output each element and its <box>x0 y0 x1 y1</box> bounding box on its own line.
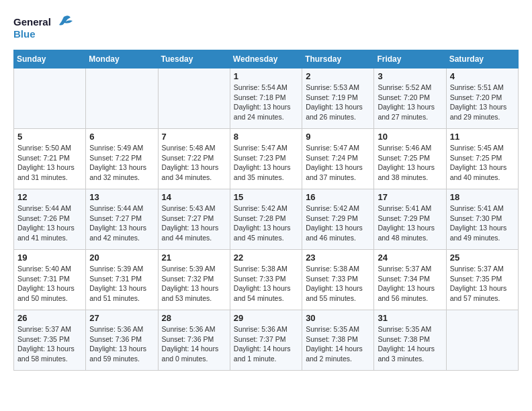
calendar-cell <box>158 68 230 129</box>
day-number: 20 <box>89 253 154 263</box>
day-number: 30 <box>306 313 370 323</box>
calendar-cell: 12Sunrise: 5:44 AM Sunset: 7:26 PM Dayli… <box>14 189 86 250</box>
calendar-cell: 29Sunrise: 5:36 AM Sunset: 7:37 PM Dayli… <box>230 310 302 371</box>
weekday-header-sunday: Sunday <box>14 50 86 68</box>
calendar-cell: 28Sunrise: 5:36 AM Sunset: 7:36 PM Dayli… <box>158 310 230 371</box>
day-number: 29 <box>234 313 298 323</box>
day-number: 6 <box>89 132 154 142</box>
cell-content: Sunrise: 5:42 AM Sunset: 7:29 PM Dayligh… <box>306 203 370 243</box>
weekday-header-wednesday: Wednesday <box>230 50 302 68</box>
calendar-cell: 25Sunrise: 5:37 AM Sunset: 7:35 PM Dayli… <box>446 250 518 310</box>
day-number: 4 <box>450 71 515 81</box>
weekday-header-thursday: Thursday <box>302 50 374 68</box>
day-number: 13 <box>89 192 154 202</box>
day-number: 10 <box>378 132 442 142</box>
calendar-cell: 11Sunrise: 5:45 AM Sunset: 7:25 PM Dayli… <box>446 129 518 189</box>
calendar-cell: 19Sunrise: 5:40 AM Sunset: 7:31 PM Dayli… <box>14 250 86 310</box>
calendar-cell: 27Sunrise: 5:36 AM Sunset: 7:36 PM Dayli… <box>86 310 158 371</box>
calendar-cell: 26Sunrise: 5:37 AM Sunset: 7:35 PM Dayli… <box>14 310 86 371</box>
day-number: 24 <box>378 253 442 263</box>
calendar-cell: 7Sunrise: 5:48 AM Sunset: 7:22 PM Daylig… <box>158 129 230 189</box>
cell-content: Sunrise: 5:41 AM Sunset: 7:29 PM Dayligh… <box>378 203 442 243</box>
day-number: 9 <box>306 132 370 142</box>
calendar-cell: 10Sunrise: 5:46 AM Sunset: 7:25 PM Dayli… <box>374 129 446 189</box>
day-number: 14 <box>162 192 226 202</box>
cell-content: Sunrise: 5:42 AM Sunset: 7:28 PM Dayligh… <box>234 203 298 243</box>
day-number: 2 <box>306 71 370 81</box>
calendar-cell: 30Sunrise: 5:35 AM Sunset: 7:38 PM Dayli… <box>302 310 374 371</box>
cell-content: Sunrise: 5:44 AM Sunset: 7:26 PM Dayligh… <box>17 203 82 243</box>
day-number: 25 <box>450 253 515 263</box>
day-number: 8 <box>234 132 298 142</box>
calendar-cell: 21Sunrise: 5:39 AM Sunset: 7:32 PM Dayli… <box>158 250 230 310</box>
cell-content: Sunrise: 5:46 AM Sunset: 7:25 PM Dayligh… <box>378 143 442 183</box>
cell-content: Sunrise: 5:52 AM Sunset: 7:20 PM Dayligh… <box>378 83 442 122</box>
calendar-cell: 1Sunrise: 5:54 AM Sunset: 7:18 PM Daylig… <box>230 68 302 129</box>
calendar-header: SundayMondayTuesdayWednesdayThursdayFrid… <box>14 50 519 68</box>
calendar-cell: 8Sunrise: 5:47 AM Sunset: 7:23 PM Daylig… <box>230 129 302 189</box>
day-number: 1 <box>234 71 298 81</box>
calendar-cell: 24Sunrise: 5:37 AM Sunset: 7:34 PM Dayli… <box>374 250 446 310</box>
day-number: 18 <box>450 192 515 202</box>
cell-content: Sunrise: 5:47 AM Sunset: 7:23 PM Dayligh… <box>234 143 298 183</box>
weekday-header-tuesday: Tuesday <box>158 50 230 68</box>
calendar-cell: 9Sunrise: 5:47 AM Sunset: 7:24 PM Daylig… <box>302 129 374 189</box>
cell-content: Sunrise: 5:48 AM Sunset: 7:22 PM Dayligh… <box>162 143 226 183</box>
day-number: 16 <box>306 192 370 202</box>
day-number: 3 <box>378 71 442 81</box>
day-number: 22 <box>234 253 298 263</box>
calendar-cell: 4Sunrise: 5:51 AM Sunset: 7:20 PM Daylig… <box>446 68 518 129</box>
weekday-header-saturday: Saturday <box>446 50 518 68</box>
cell-content: Sunrise: 5:45 AM Sunset: 7:25 PM Dayligh… <box>450 143 515 183</box>
cell-content: Sunrise: 5:41 AM Sunset: 7:30 PM Dayligh… <box>450 203 515 243</box>
cell-content: Sunrise: 5:51 AM Sunset: 7:20 PM Dayligh… <box>450 83 515 122</box>
day-number: 7 <box>162 132 226 142</box>
cell-content: Sunrise: 5:35 AM Sunset: 7:38 PM Dayligh… <box>378 324 442 364</box>
day-number: 5 <box>17 132 82 142</box>
calendar-cell: 5Sunrise: 5:50 AM Sunset: 7:21 PM Daylig… <box>14 129 86 189</box>
day-number: 31 <box>378 313 442 323</box>
cell-content: Sunrise: 5:50 AM Sunset: 7:21 PM Dayligh… <box>17 143 82 183</box>
day-number: 21 <box>162 253 226 263</box>
day-number: 28 <box>162 313 226 323</box>
calendar-cell: 15Sunrise: 5:42 AM Sunset: 7:28 PM Dayli… <box>230 189 302 250</box>
cell-content: Sunrise: 5:40 AM Sunset: 7:31 PM Dayligh… <box>17 264 82 304</box>
cell-content: Sunrise: 5:39 AM Sunset: 7:32 PM Dayligh… <box>162 264 226 304</box>
day-number: 17 <box>378 192 442 202</box>
cell-content: Sunrise: 5:47 AM Sunset: 7:24 PM Dayligh… <box>306 143 370 183</box>
calendar-cell: 20Sunrise: 5:39 AM Sunset: 7:31 PM Dayli… <box>86 250 158 310</box>
calendar-cell: 22Sunrise: 5:38 AM Sunset: 7:33 PM Dayli… <box>230 250 302 310</box>
calendar-cell: 6Sunrise: 5:49 AM Sunset: 7:22 PM Daylig… <box>86 129 158 189</box>
cell-content: Sunrise: 5:36 AM Sunset: 7:37 PM Dayligh… <box>234 324 298 364</box>
calendar-cell <box>14 68 86 129</box>
calendar-cell: 18Sunrise: 5:41 AM Sunset: 7:30 PM Dayli… <box>446 189 518 250</box>
cell-content: Sunrise: 5:39 AM Sunset: 7:31 PM Dayligh… <box>89 264 154 304</box>
cell-content: Sunrise: 5:38 AM Sunset: 7:33 PM Dayligh… <box>234 264 298 304</box>
day-number: 15 <box>234 192 298 202</box>
calendar-cell: 3Sunrise: 5:52 AM Sunset: 7:20 PM Daylig… <box>374 68 446 129</box>
weekday-header-friday: Friday <box>374 50 446 68</box>
cell-content: Sunrise: 5:53 AM Sunset: 7:19 PM Dayligh… <box>306 83 370 122</box>
cell-content: Sunrise: 5:37 AM Sunset: 7:35 PM Dayligh… <box>17 324 82 364</box>
calendar-table: SundayMondayTuesdayWednesdayThursdayFrid… <box>13 50 519 371</box>
cell-content: Sunrise: 5:49 AM Sunset: 7:22 PM Dayligh… <box>89 143 154 183</box>
calendar-cell: 14Sunrise: 5:43 AM Sunset: 7:27 PM Dayli… <box>158 189 230 250</box>
logo: General Blue <box>13 13 74 43</box>
day-number: 12 <box>17 192 82 202</box>
cell-content: Sunrise: 5:37 AM Sunset: 7:35 PM Dayligh… <box>450 264 515 304</box>
cell-content: Sunrise: 5:35 AM Sunset: 7:38 PM Dayligh… <box>306 324 370 364</box>
calendar-cell: 13Sunrise: 5:44 AM Sunset: 7:27 PM Dayli… <box>86 189 158 250</box>
day-number: 27 <box>89 313 154 323</box>
svg-text:General: General <box>13 16 51 28</box>
cell-content: Sunrise: 5:37 AM Sunset: 7:34 PM Dayligh… <box>378 264 442 304</box>
cell-content: Sunrise: 5:38 AM Sunset: 7:33 PM Dayligh… <box>306 264 370 304</box>
day-number: 11 <box>450 132 515 142</box>
calendar-cell: 31Sunrise: 5:35 AM Sunset: 7:38 PM Dayli… <box>374 310 446 371</box>
cell-content: Sunrise: 5:54 AM Sunset: 7:18 PM Dayligh… <box>234 83 298 122</box>
calendar-cell <box>86 68 158 129</box>
cell-content: Sunrise: 5:36 AM Sunset: 7:36 PM Dayligh… <box>162 324 226 364</box>
weekday-header-monday: Monday <box>86 50 158 68</box>
calendar-cell <box>446 310 518 371</box>
calendar-cell: 16Sunrise: 5:42 AM Sunset: 7:29 PM Dayli… <box>302 189 374 250</box>
calendar-cell: 2Sunrise: 5:53 AM Sunset: 7:19 PM Daylig… <box>302 68 374 129</box>
